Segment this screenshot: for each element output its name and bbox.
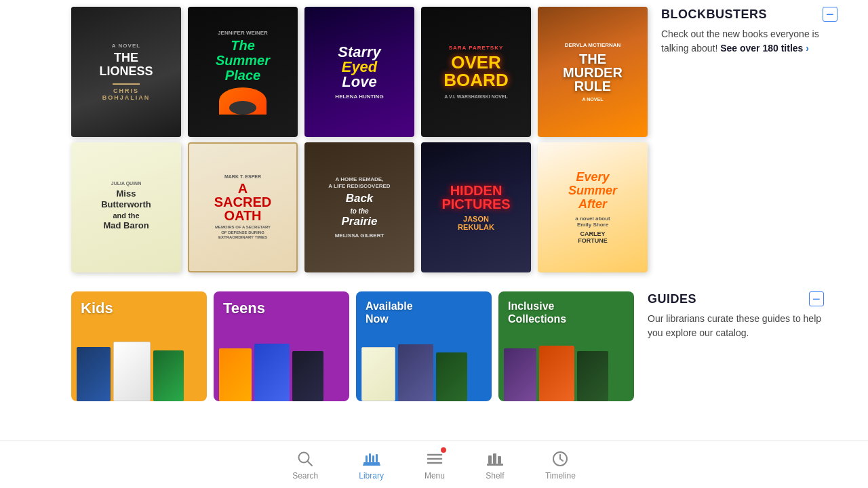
kids-books-preview [71,327,207,401]
shelf-label: Shelf [486,471,504,481]
inclusive-label: InclusiveCollections [508,300,566,325]
available-books-preview [356,327,492,401]
guides-panel: GUIDES − Our librarians curate these gui… [634,291,824,340]
timeline-label: Timeline [545,471,576,481]
inclusive-books-preview [498,327,634,401]
nav-library[interactable]: Library [359,449,384,481]
svg-rect-2 [363,462,380,464]
blockbusters-description: Check out the new books everyone is talk… [661,27,837,56]
book-cover-starry-eyed[interactable]: StarryEyedLove HELENA HUNTING [304,7,414,137]
svg-rect-13 [493,453,496,464]
svg-rect-6 [376,454,378,462]
nav-shelf[interactable]: Shelf [486,449,505,481]
nav-menu[interactable]: Menu [425,449,445,481]
menu-notification-dot [441,447,446,453]
teens-label: Teens [223,300,265,317]
svg-rect-14 [498,456,501,464]
nav-search[interactable]: Search [292,449,318,481]
library-icon [362,449,381,468]
search-label: Search [292,471,318,481]
guides-collapse-button[interactable]: − [809,291,824,306]
book-cover-every-summer[interactable]: EverySummerAfter a novel aboutEmily Shor… [538,142,648,272]
svg-rect-11 [487,464,503,466]
blockbusters-collapse-button[interactable]: − [823,7,837,22]
shelf-icon [486,449,505,468]
bottom-nav: Search Library [0,441,868,488]
svg-rect-4 [369,453,371,462]
svg-rect-12 [488,455,492,464]
book-cover-murder-rule[interactable]: DERVLA McTIERNAN THEMURDERRULE A NOVEL [538,7,648,137]
timeline-icon [551,449,570,468]
guides-description: Our librarians curate these guides to he… [648,312,824,340]
blockbusters-panel: BLOCKBUSTERS − Check out the new books e… [648,7,837,278]
book-cover-back-prairie[interactable]: A HOME REMADE,A LIFE REDISCOVERED Backto… [304,142,414,272]
menu-label: Menu [425,471,445,481]
book-cover-hidden-pictures[interactable]: HIDDENPICTURES JASONREKULAK [421,142,531,272]
category-tile-kids[interactable]: Kids [71,291,207,401]
blockbusters-title: BLOCKBUSTERS − [661,7,837,22]
library-label: Library [359,471,384,481]
kids-label: Kids [81,300,113,317]
svg-rect-7 [363,464,380,466]
category-tile-available[interactable]: AvailableNow [356,291,492,401]
book-cover-miss-butterworth[interactable]: JULIA QUINN MissButterworthand theMad Ba… [71,142,181,272]
search-icon [296,449,315,468]
available-label: AvailableNow [366,300,413,325]
svg-rect-3 [366,455,368,462]
svg-line-17 [560,459,563,461]
blockbusters-see-link[interactable]: See over 180 titles › [720,43,809,54]
menu-icon-wrapper [425,449,444,468]
category-tile-teens[interactable]: Teens [214,291,349,401]
book-cover-sacred-oath[interactable]: MARK T. ESPER ASACREDOATH MEMOIRS OF A S… [188,142,298,272]
category-tile-inclusive[interactable]: InclusiveCollections [498,291,634,401]
svg-line-1 [308,461,313,466]
book-cover-summer-place[interactable]: Jennifer Weiner TheSummerPlace [188,7,298,137]
book-cover-overboard[interactable]: SARA PARETSKY OVERBOARD A V.I. WARSHAWSK… [421,7,531,137]
nav-timeline[interactable]: Timeline [545,449,576,481]
svg-rect-5 [372,455,374,462]
category-tiles: Kids Teens AvailableNow [71,291,634,401]
book-cover-lioness[interactable]: A Novel THELIONESS CHRIS BOHJALIAN [71,7,181,137]
teens-books-preview [214,327,349,401]
guides-title: GUIDES − [648,291,824,306]
